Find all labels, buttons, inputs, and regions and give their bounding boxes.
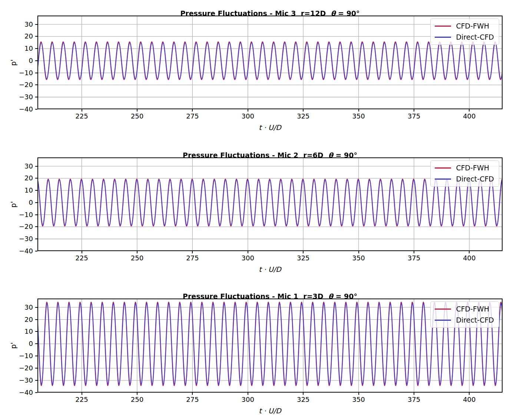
legend-line-sample xyxy=(435,167,451,169)
plot-title: Pressure Fluctuations - Mic 3 r=12D θ = … xyxy=(37,9,503,18)
figure: Pressure Fluctuations - Mic 3 r=12D θ = … xyxy=(0,0,507,420)
theta-symbol: θ xyxy=(328,292,333,300)
y-tick-mark xyxy=(35,73,37,73)
y-tick-label: 0 xyxy=(29,340,33,347)
plot-title: Pressure Fluctuations - Mic 1 r=3D θ = 9… xyxy=(37,292,503,301)
x-tick-mark xyxy=(469,393,470,395)
y-tick-label: −20 xyxy=(19,364,33,372)
y-axis-label: p' xyxy=(9,342,17,349)
legend: CFD-FWHDirect-CFD xyxy=(430,19,499,45)
legend-entry: CFD-FWH xyxy=(435,21,494,31)
y-tick-label: 20 xyxy=(24,316,33,323)
x-tick-label: 275 xyxy=(186,113,199,120)
y-tick-label: 10 xyxy=(24,187,33,194)
legend-label: CFD-FWH xyxy=(456,21,489,31)
legend-entry: Direct-CFD xyxy=(435,174,494,184)
x-tick-mark xyxy=(303,109,304,111)
legend-line-sample xyxy=(435,309,451,310)
x-tick-mark xyxy=(469,251,470,253)
legend-label: CFD-FWH xyxy=(456,163,489,173)
y-tick-mark xyxy=(35,166,37,167)
y-tick-label: −10 xyxy=(19,352,33,360)
y-tick-mark xyxy=(35,36,37,37)
y-tick-mark xyxy=(35,190,37,191)
x-tick-mark xyxy=(82,109,82,111)
y-tick-label: 30 xyxy=(24,163,33,170)
x-tick-label: 300 xyxy=(242,396,254,403)
y-tick-mark xyxy=(35,368,37,369)
legend-label: Direct-CFD xyxy=(456,316,494,325)
x-tick-label: 375 xyxy=(408,254,420,262)
plot-title-text: Pressure Fluctuations - Mic 3 r=12D xyxy=(180,9,331,17)
x-tick-mark xyxy=(137,393,137,395)
x-tick-label: 275 xyxy=(186,396,199,403)
y-tick-label: −20 xyxy=(19,223,33,230)
theta-symbol: θ xyxy=(331,9,335,17)
x-tick-label: 300 xyxy=(242,113,254,120)
x-tick-label: 250 xyxy=(131,113,143,120)
x-tick-mark xyxy=(414,109,414,111)
legend: CFD-FWHDirect-CFD xyxy=(430,301,499,328)
legend-line-sample xyxy=(435,37,451,38)
x-tick-label: 275 xyxy=(186,254,199,262)
y-tick-mark xyxy=(35,343,37,344)
x-tick-label: 325 xyxy=(297,396,309,403)
y-tick-mark xyxy=(35,97,37,97)
y-tick-mark xyxy=(35,251,37,251)
legend: CFD-FWHDirect-CFD xyxy=(430,160,499,187)
x-tick-mark xyxy=(137,251,137,253)
legend-entry: Direct-CFD xyxy=(435,316,494,325)
y-tick-mark xyxy=(35,226,37,227)
y-tick-label: 20 xyxy=(24,174,33,182)
x-axis-label: t ⋅ U/D xyxy=(37,123,503,131)
x-tick-label: 225 xyxy=(75,113,88,120)
legend-entry: CFD-FWH xyxy=(435,304,494,314)
x-tick-label: 350 xyxy=(352,254,365,262)
x-axis-label: t ⋅ U/D xyxy=(37,407,503,415)
x-tick-mark xyxy=(137,109,137,111)
legend-label: CFD-FWH xyxy=(456,304,489,314)
y-tick-mark xyxy=(35,380,37,381)
x-tick-label: 400 xyxy=(463,396,475,403)
theta-symbol: θ xyxy=(328,151,333,159)
y-tick-label: 0 xyxy=(29,57,33,64)
y-tick-mark xyxy=(35,392,37,393)
x-tick-mark xyxy=(303,393,304,395)
y-tick-label: −30 xyxy=(19,377,33,384)
y-tick-mark xyxy=(35,239,37,239)
y-axis-label: p' xyxy=(9,201,17,207)
legend-entry: Direct-CFD xyxy=(435,33,494,42)
x-tick-mark xyxy=(414,393,414,395)
x-tick-mark xyxy=(358,109,359,111)
legend-entry: CFD-FWH xyxy=(435,163,494,173)
plot-title-angle: = 90° xyxy=(333,292,357,300)
x-tick-mark xyxy=(192,393,193,395)
y-tick-mark xyxy=(35,109,37,110)
y-tick-label: −40 xyxy=(19,247,33,255)
x-tick-label: 375 xyxy=(408,113,420,120)
x-tick-label: 400 xyxy=(463,254,475,262)
x-tick-label: 350 xyxy=(352,113,365,120)
plot-title: Pressure Fluctuations - Mic 2 r=6D θ = 9… xyxy=(37,151,503,160)
legend-line-sample xyxy=(435,26,451,27)
y-tick-label: −40 xyxy=(19,106,33,113)
x-tick-mark xyxy=(248,393,248,395)
x-tick-mark xyxy=(248,109,248,111)
x-tick-label: 350 xyxy=(352,396,365,403)
x-tick-mark xyxy=(358,251,359,253)
y-tick-label: −30 xyxy=(19,93,33,101)
legend-label: Direct-CFD xyxy=(456,174,494,184)
y-tick-mark xyxy=(35,60,37,61)
x-tick-label: 250 xyxy=(131,396,143,403)
x-tick-mark xyxy=(303,251,304,253)
x-axis-label: t ⋅ U/D xyxy=(37,265,503,273)
x-tick-label: 325 xyxy=(297,113,309,120)
y-tick-label: −10 xyxy=(19,211,33,219)
x-tick-label: 225 xyxy=(75,396,88,403)
x-tick-mark xyxy=(192,109,193,111)
plot-title-text: Pressure Fluctuations - Mic 1 r=3D xyxy=(183,292,328,300)
y-tick-mark xyxy=(35,307,37,308)
x-tick-label: 375 xyxy=(408,396,420,403)
y-tick-mark xyxy=(35,331,37,332)
x-tick-mark xyxy=(82,251,82,253)
